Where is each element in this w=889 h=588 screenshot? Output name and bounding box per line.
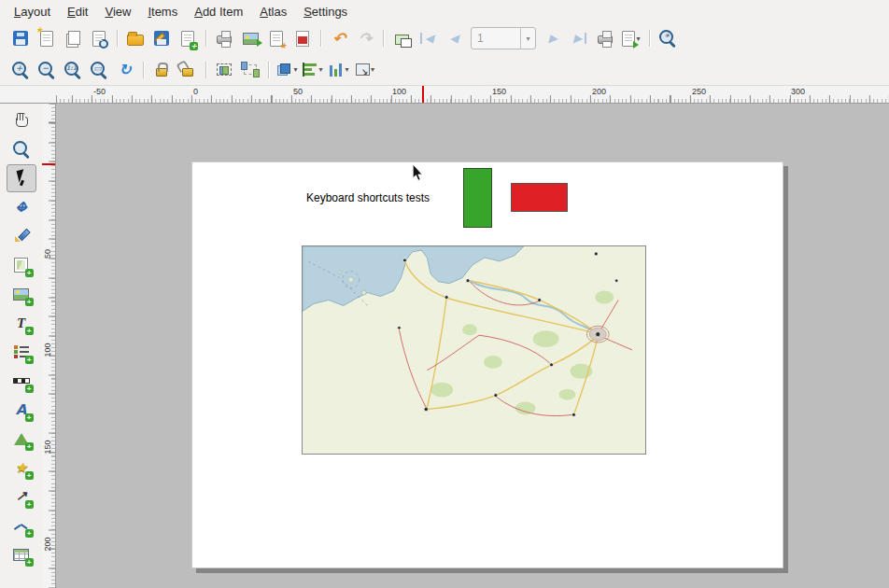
export-as-svg-button[interactable] — [263, 25, 289, 51]
print-layout-button[interactable] — [211, 25, 237, 51]
undo-button[interactable] — [326, 25, 352, 51]
redo-button[interactable] — [352, 25, 378, 51]
atlas-feature-spinbox[interactable]: 1 — [471, 27, 536, 49]
add-node-item-tool[interactable] — [7, 511, 36, 539]
layout-manager-button[interactable] — [86, 25, 112, 51]
group-items-button[interactable] — [211, 57, 237, 83]
cursor-position-marker-h — [422, 86, 424, 103]
add-marker-tool[interactable] — [7, 454, 36, 482]
ic-add-map — [14, 258, 28, 273]
layout-canvas[interactable]: Keyboard shortcuts tests — [56, 104, 889, 588]
add-picture-tool[interactable] — [7, 280, 36, 308]
menu-settings[interactable]: Settings — [295, 2, 356, 21]
add-items-from-template-button[interactable] — [122, 25, 148, 51]
export-atlas-button[interactable] — [618, 25, 644, 51]
map-item[interactable] — [302, 245, 646, 455]
refresh-view-button[interactable] — [112, 57, 138, 83]
add-shape-tool[interactable] — [7, 425, 36, 453]
new-layout-button[interactable] — [34, 25, 60, 51]
first-feature-button[interactable] — [415, 25, 441, 51]
raise-selected-items-button[interactable] — [274, 57, 300, 83]
layout-page[interactable]: Keyboard shortcuts tests — [191, 161, 783, 568]
layout-atlas-toolbar: 1 * — [0, 22, 889, 54]
green-rectangle-item[interactable] — [463, 168, 492, 228]
ic-page — [92, 31, 106, 47]
save-as-template-button[interactable] — [148, 25, 175, 51]
add-scalebar-tool[interactable] — [7, 367, 36, 395]
ic-pages — [66, 31, 80, 47]
next-feature-button[interactable] — [540, 25, 566, 51]
previous-feature-button[interactable] — [441, 25, 467, 51]
toolbar-separator — [263, 57, 274, 83]
ruler-label: 200 — [43, 535, 52, 553]
ic-prev — [444, 28, 464, 49]
atlas-feature-value[interactable]: 1 — [472, 32, 520, 45]
label-item[interactable]: Keyboard shortcuts tests — [306, 191, 430, 204]
lock-selected-items-button[interactable] — [148, 57, 175, 83]
zoom-in-button[interactable]: + — [7, 57, 34, 83]
ic-page — [181, 31, 194, 47]
ruler-label: 150 — [492, 87, 506, 96]
item-toolbox — [0, 104, 42, 588]
unlock-all-items-button[interactable] — [175, 57, 201, 83]
zoom-out-button[interactable]: − — [34, 57, 60, 83]
ic-printer — [598, 35, 613, 44]
add-arrow-tool[interactable] — [7, 483, 36, 511]
select-move-item-tool[interactable] — [7, 164, 36, 192]
menu-layout[interactable]: Layout — [6, 2, 59, 21]
ic-resize — [356, 63, 370, 76]
navigation-actions-toolbar: + − 1:1 ▭ — [0, 54, 889, 86]
ic-last — [569, 28, 589, 49]
spinbox-dropdown-icon[interactable] — [520, 28, 535, 49]
add-legend-tool[interactable] — [7, 338, 36, 366]
resize-selected-items-button[interactable] — [352, 57, 378, 83]
menu-atlas[interactable]: Atlas — [251, 2, 295, 21]
add-label-tool[interactable] — [7, 309, 36, 337]
ic-sep — [320, 30, 322, 47]
zoom-actual-button[interactable]: 1:1 — [60, 57, 86, 83]
move-item-content-tool[interactable] — [7, 193, 36, 221]
save-project-button[interactable] — [7, 25, 34, 51]
preview-atlas-button[interactable] — [388, 25, 415, 51]
ic-add-shape — [14, 433, 29, 445]
edit-nodes-item-tool[interactable] — [7, 222, 36, 250]
ruler-label: 200 — [592, 87, 606, 96]
ic-add-legend — [14, 345, 29, 358]
menu-view[interactable]: View — [96, 2, 139, 21]
add-north-arrow-tool[interactable] — [7, 396, 36, 424]
last-feature-button[interactable] — [566, 25, 592, 51]
ic-add-table — [13, 549, 29, 561]
menu-edit[interactable]: Edit — [59, 2, 96, 21]
zoom-full-button[interactable]: ▭ — [86, 57, 112, 83]
toolbar-separator — [138, 57, 148, 83]
align-selected-items-button[interactable] — [300, 57, 326, 83]
print-atlas-button[interactable] — [592, 25, 618, 51]
ruler-label: 0 — [193, 87, 198, 96]
ic-sep — [205, 30, 207, 47]
ic-ungroup — [244, 64, 257, 75]
atlas-settings-button[interactable]: * — [655, 25, 681, 51]
ic-floppy — [13, 31, 28, 46]
add-table-tool[interactable] — [7, 540, 36, 568]
export-as-image-button[interactable] — [237, 25, 263, 51]
qgis-layout-designer-window: Layout Edit View Items Add Item Atlas Se… — [0, 0, 889, 588]
red-rectangle-item[interactable] — [511, 183, 568, 212]
ic-first — [417, 28, 438, 49]
map-graphic — [303, 246, 645, 454]
menu-items[interactable]: Items — [139, 2, 186, 21]
add-pages-button[interactable] — [175, 25, 201, 51]
ic-cursor — [15, 170, 28, 187]
ruler-label: 250 — [692, 87, 706, 96]
zoom-tool[interactable] — [7, 135, 36, 163]
ic-sep — [205, 62, 207, 78]
menu-add-item[interactable]: Add Item — [186, 2, 251, 21]
add-map-tool[interactable] — [7, 251, 36, 279]
ic-page — [270, 31, 283, 47]
export-as-pdf-button[interactable] — [289, 25, 316, 51]
ic-next — [543, 28, 563, 49]
pan-tool[interactable] — [7, 106, 36, 134]
distribute-selected-items-button[interactable] — [326, 57, 352, 83]
ruler-label: 50 — [43, 245, 52, 263]
duplicate-layout-button[interactable] — [60, 25, 86, 51]
ungroup-items-button[interactable] — [237, 57, 263, 83]
